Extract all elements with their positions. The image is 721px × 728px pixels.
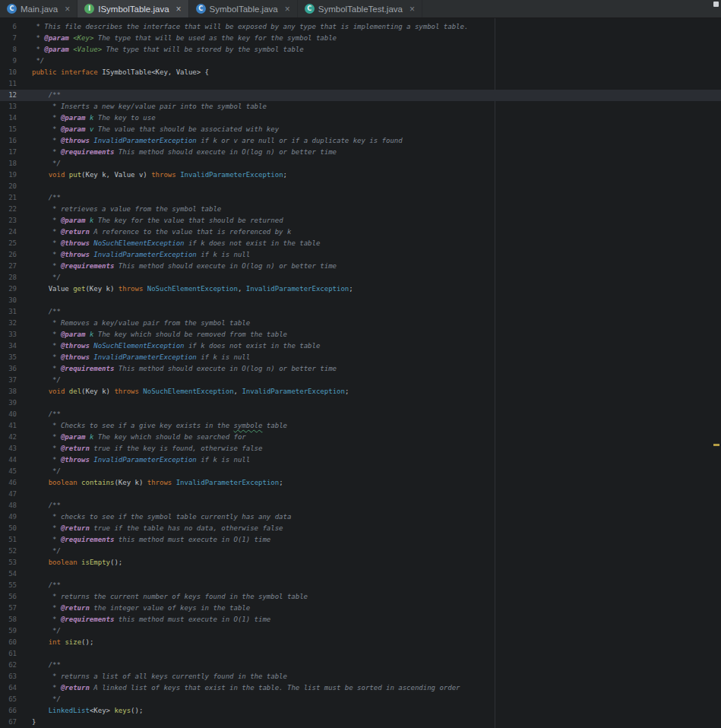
line-number[interactable]: 31 — [0, 306, 17, 318]
line-number[interactable]: 17 — [0, 147, 17, 158]
code-line[interactable]: 49 * checks to see if the symbol table c… — [0, 511, 721, 523]
tab-isymboltable-java[interactable]: IISymbolTable.java× — [77, 0, 188, 17]
code-line[interactable]: 24 * @return A reference to the value th… — [0, 226, 721, 238]
line-number[interactable]: 15 — [0, 124, 17, 135]
code-line[interactable]: 22 * retrieves a value from the symbol t… — [0, 204, 721, 215]
line-number[interactable]: 44 — [0, 454, 17, 466]
code-line[interactable]: 63 * returns a list of all keys currentl… — [0, 671, 721, 682]
line-number[interactable]: 50 — [0, 523, 17, 534]
line-number[interactable]: 57 — [0, 603, 17, 614]
line-number[interactable]: 18 — [0, 158, 17, 169]
code-line[interactable]: 14 * @param k The key to use — [0, 112, 721, 124]
line-number[interactable]: 46 — [0, 477, 17, 489]
code-line[interactable]: 29 Value get(Key k) throws NoSuchElement… — [0, 283, 721, 295]
code-line[interactable]: 32 * Removes a key/value pair from the s… — [0, 318, 721, 329]
code-line[interactable]: 62 /** — [0, 660, 721, 671]
editor[interactable]: 6 * This file describes the interface th… — [0, 18, 721, 728]
line-number[interactable]: 27 — [0, 261, 17, 272]
tab-symboltabletest-java[interactable]: CSymbolTableTest.java× — [298, 0, 422, 17]
line-number[interactable]: 24 — [0, 226, 17, 238]
line-number[interactable]: 8 — [0, 44, 17, 55]
code-line[interactable]: 27 * @requirements This method should ex… — [0, 261, 721, 272]
line-number[interactable]: 39 — [0, 397, 17, 409]
code-line[interactable]: 25 * @throws NoSuchElementException if k… — [0, 238, 721, 249]
code-line[interactable]: 58 * @requirements this method must exec… — [0, 614, 721, 625]
line-number[interactable]: 67 — [0, 717, 17, 728]
line-number[interactable]: 29 — [0, 283, 17, 295]
code-line[interactable]: 65 */ — [0, 694, 721, 705]
line-number[interactable]: 28 — [0, 272, 17, 283]
line-number[interactable]: 35 — [0, 352, 17, 363]
code-line[interactable]: 31 /** — [0, 306, 721, 318]
code-line[interactable]: 39 — [0, 397, 721, 409]
line-number[interactable]: 48 — [0, 500, 17, 511]
code-line[interactable]: 9 */ — [0, 55, 721, 67]
line-number[interactable]: 32 — [0, 318, 17, 329]
code-line[interactable]: 36 * @requirements This method should ex… — [0, 363, 721, 375]
code-line[interactable]: 61 — [0, 648, 721, 660]
line-number[interactable]: 63 — [0, 671, 17, 682]
line-number[interactable]: 37 — [0, 375, 17, 386]
code-line[interactable]: 41 * Checks to see if a give key exists … — [0, 420, 721, 432]
line-number[interactable]: 16 — [0, 135, 17, 147]
line-number[interactable]: 23 — [0, 215, 17, 226]
line-number[interactable]: 45 — [0, 466, 17, 477]
code-line[interactable]: 44 * @throws InvalidParameterException i… — [0, 454, 721, 466]
code-line[interactable]: 17 * @requirements This method should ex… — [0, 147, 721, 158]
code-line[interactable]: 7 * @param <Key> The type that will be u… — [0, 33, 721, 44]
code-line[interactable]: 57 * @return the integer value of keys i… — [0, 603, 721, 614]
code-line[interactable]: 46 boolean contains(Key k) throws Invali… — [0, 477, 721, 489]
code-line[interactable]: 45 */ — [0, 466, 721, 477]
line-number[interactable]: 30 — [0, 295, 17, 306]
line-number[interactable]: 60 — [0, 637, 17, 648]
code-line[interactable]: 23 * @param k The key for the value that… — [0, 215, 721, 226]
code-line[interactable]: 56 * returns the current number of keys … — [0, 591, 721, 603]
line-number[interactable]: 13 — [0, 101, 17, 112]
close-icon[interactable]: × — [65, 5, 70, 14]
code-line[interactable]: 35 * @throws InvalidParameterException i… — [0, 352, 721, 363]
code-line[interactable]: 43 * @return true if the key is found, o… — [0, 443, 721, 454]
line-number[interactable]: 38 — [0, 386, 17, 397]
code-line[interactable]: 52 */ — [0, 546, 721, 557]
line-number[interactable]: 55 — [0, 580, 17, 591]
line-number[interactable]: 7 — [0, 33, 17, 44]
line-number[interactable]: 61 — [0, 648, 17, 660]
code-line[interactable]: 21 /** — [0, 192, 721, 204]
line-number[interactable]: 62 — [0, 660, 17, 671]
code-line[interactable]: 33 * @param k The key which should be re… — [0, 329, 721, 340]
code-line[interactable]: 47 — [0, 489, 721, 500]
line-number[interactable]: 12 — [0, 90, 17, 101]
code-line[interactable]: 19 void put(Key k, Value v) throws Inval… — [0, 169, 721, 181]
line-number[interactable]: 49 — [0, 511, 17, 523]
line-number[interactable]: 14 — [0, 112, 17, 124]
line-number[interactable]: 11 — [0, 78, 17, 90]
line-number[interactable]: 41 — [0, 420, 17, 432]
close-icon[interactable]: × — [176, 5, 182, 14]
code-line[interactable]: 15 * @param v The value that should be a… — [0, 124, 721, 135]
code-line[interactable]: 34 * @throws NoSuchElementException if k… — [0, 340, 721, 352]
code-line[interactable]: 53 boolean isEmpty(); — [0, 557, 721, 568]
scrollbar-error-stripe[interactable] — [712, 18, 721, 728]
line-number[interactable]: 22 — [0, 204, 17, 215]
line-number[interactable]: 10 — [0, 67, 17, 78]
line-number[interactable]: 59 — [0, 625, 17, 637]
line-number[interactable]: 26 — [0, 249, 17, 261]
line-number[interactable]: 53 — [0, 557, 17, 568]
line-number[interactable]: 58 — [0, 614, 17, 625]
code-line[interactable]: 12 /** — [0, 90, 721, 101]
code-line[interactable]: 10public interface ISymbolTable<Key, Val… — [0, 67, 721, 78]
code-line[interactable]: 6 * This file describes the interface th… — [0, 21, 721, 33]
code-line[interactable]: 64 * @return A linked list of keys that … — [0, 682, 721, 694]
line-number[interactable]: 9 — [0, 55, 17, 67]
code-line[interactable]: 28 */ — [0, 272, 721, 283]
line-number[interactable]: 40 — [0, 409, 17, 420]
code-line[interactable]: 16 * @throws InvalidParameterException i… — [0, 135, 721, 147]
line-number[interactable]: 25 — [0, 238, 17, 249]
line-number[interactable]: 36 — [0, 363, 17, 375]
line-number[interactable]: 20 — [0, 181, 17, 192]
line-number[interactable]: 42 — [0, 432, 17, 443]
code-line[interactable]: 60 int size(); — [0, 637, 721, 648]
code-line[interactable]: 13 * Inserts a new key/value pair into t… — [0, 101, 721, 112]
code-line[interactable]: 59 */ — [0, 625, 721, 637]
code-line[interactable]: 37 */ — [0, 375, 721, 386]
